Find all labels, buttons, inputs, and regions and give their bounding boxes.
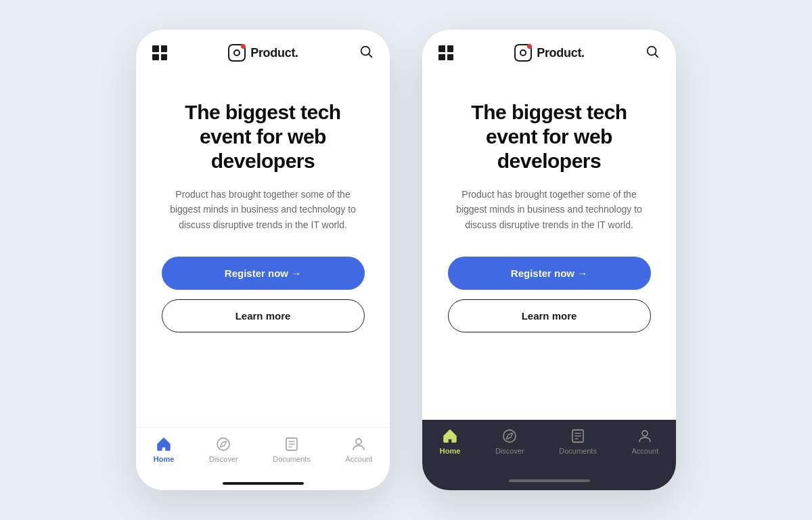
logo-dark: Product. — [514, 43, 585, 62]
nav-documents-light[interactable]: Documents — [273, 436, 311, 463]
register-button-light[interactable]: Register now → — [162, 257, 365, 290]
nav-documents-dark[interactable]: Documents — [559, 428, 597, 455]
nav-discover-label-light: Discover — [209, 455, 238, 463]
logo-text-dark: Product. — [537, 46, 585, 60]
nav-account-label-dark: Account — [631, 447, 658, 455]
header-light: Product. — [136, 30, 390, 73]
nav-documents-label-light: Documents — [273, 455, 311, 463]
headline-dark: The biggest tech event for web developer… — [444, 100, 654, 173]
learn-more-button-dark[interactable]: Learn more — [448, 299, 651, 332]
content-light: The biggest tech event for web developer… — [136, 73, 390, 427]
nav-account-label-light: Account — [345, 455, 372, 463]
register-button-dark[interactable]: Register now → — [448, 257, 651, 290]
nav-home-light[interactable]: Home — [154, 436, 175, 463]
logo-icon-light — [227, 43, 246, 62]
bottom-nav-light: Home Discover Documents — [136, 427, 390, 477]
logo-icon-dark — [514, 43, 533, 62]
subtext-light: Product has brought together some of the… — [168, 187, 358, 232]
page-wrapper: Product. The biggest tech event for web … — [136, 30, 676, 490]
svg-point-14 — [503, 430, 516, 442]
logo-light: Product. — [227, 43, 298, 62]
nav-discover-label-dark: Discover — [495, 447, 524, 455]
svg-point-11 — [520, 50, 526, 56]
nav-home-dark[interactable]: Home — [440, 428, 461, 455]
menu-icon-dark[interactable] — [438, 45, 453, 60]
home-indicator-dark — [509, 479, 590, 482]
nav-documents-label-dark: Documents — [559, 447, 597, 455]
svg-point-1 — [234, 50, 240, 56]
svg-point-9 — [356, 439, 361, 444]
svg-line-13 — [655, 54, 658, 57]
learn-more-button-light[interactable]: Learn more — [162, 299, 365, 332]
search-icon-light[interactable] — [359, 44, 374, 62]
header-dark: Product. — [422, 30, 676, 73]
phone-light: Product. The biggest tech event for web … — [136, 30, 390, 490]
svg-point-19 — [642, 431, 648, 436]
nav-home-label-light: Home — [154, 455, 175, 463]
phone-dark: Product. The biggest tech event for web … — [422, 30, 676, 490]
nav-account-light[interactable]: Account — [345, 436, 372, 463]
nav-home-label-dark: Home — [440, 447, 461, 455]
nav-account-dark[interactable]: Account — [631, 428, 658, 455]
search-icon-dark[interactable] — [645, 44, 660, 62]
subtext-dark: Product has brought together some of the… — [455, 187, 644, 232]
bottom-nav-dark: Home Discover Documents — [422, 420, 676, 469]
svg-point-4 — [217, 438, 229, 450]
nav-discover-dark[interactable]: Discover — [495, 428, 524, 455]
content-dark: The biggest tech event for web developer… — [422, 73, 676, 420]
svg-line-3 — [369, 54, 371, 57]
headline-light: The biggest tech event for web developer… — [158, 100, 368, 173]
logo-text-light: Product. — [250, 46, 298, 60]
nav-discover-light[interactable]: Discover — [209, 436, 238, 463]
menu-icon[interactable] — [152, 45, 167, 60]
